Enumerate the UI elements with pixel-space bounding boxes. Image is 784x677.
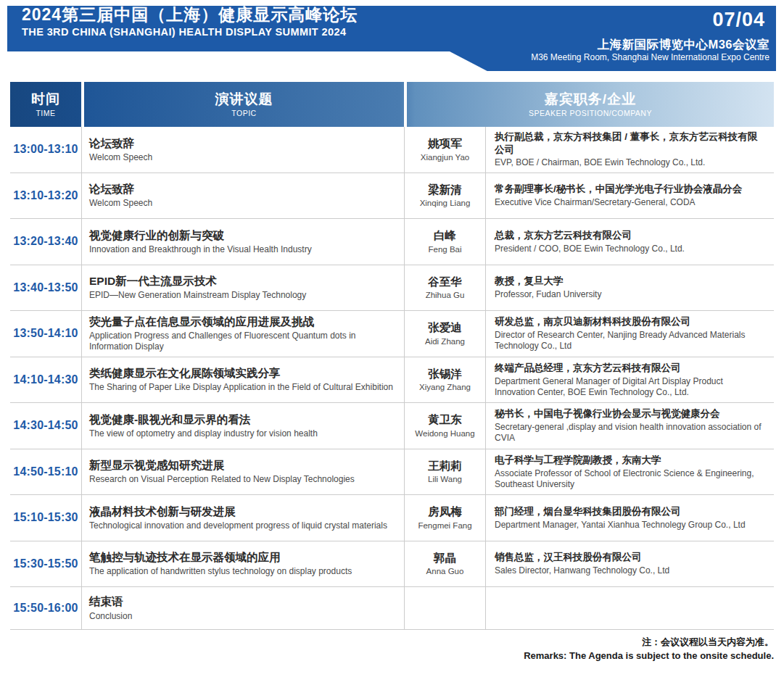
row-topic-cell: 论坛致辞 Welcom Speech [81,173,404,219]
table-row: 14:10-14:30 类纸健康显示在文化展陈领域实践分享 The Sharin… [10,357,774,404]
row-speaker-position-cell: 教授，复旦大学 Professor, Fudan University [485,265,774,311]
header-cell-speaker: 嘉宾职务/企业 SPEAKER POSITION/COMPANY [407,82,774,127]
row-topic-cn: 类纸健康显示在文化展陈领域实践分享 [89,366,397,381]
row-topic-cell: 液晶材料技术创新与研发进展 Technological innovation a… [81,495,404,541]
row-speaker-position-en: Sales Director, Hanwang Technology Co., … [495,565,764,576]
row-speaker-name-en: Fengmei Fang [418,520,471,531]
summit-title-block: 2024第三届中国（上海）健康显示高峰论坛 THE 3RD CHINA (SHA… [22,4,358,38]
summit-title-cn: 2024第三届中国（上海）健康显示高峰论坛 [22,4,358,25]
row-speaker-name-en: Lili Wang [428,474,462,484]
row-speaker-position-en: Professor, Fudan University [495,289,764,300]
row-speaker-position-en: EVP, BOE / Chairman, BOE Ewin Technology… [495,157,764,168]
remark-en: Remarks: The Agenda is subject to the on… [524,649,774,663]
row-topic-en: Technological innovation and development… [89,520,397,531]
table-row: 13:50-14:10 荧光量子点在信息显示领域的应用进展及挑战 Applica… [10,311,774,357]
row-topic-en: The application of handwritten stylus te… [89,566,397,577]
row-topic-cell: 视觉健康行业的创新与突破 Innovation and Breakthrough… [81,219,404,265]
row-time: 14:30-14:50 [10,403,81,449]
row-speaker-name-cn: 黄卫东 [428,412,462,427]
row-speaker-position-en: President / COO, BOE Ewin Technology Co.… [495,244,764,254]
remarks-block: 注：会议议程以当天内容为准。 Remarks: The Agenda is su… [524,635,774,663]
row-speaker-position-cell [485,587,774,629]
venue-block: 上海新国际博览中心M36会议室 M36 Meeting Room, Shangh… [531,38,769,63]
row-topic-cn: 论坛致辞 [89,182,397,196]
row-speaker-name-en: Aidi Zhang [425,336,465,346]
row-speaker-name-en: Weidong Huang [415,428,474,439]
row-time: 15:50-16:00 [10,587,81,629]
row-speaker-name-cell: 房凤梅 Fengmei Fang [404,495,485,541]
row-speaker-name-cell: 白峰 Feng Bai [404,219,485,265]
table-row: 14:50-15:10 新型显示视觉感知研究进展 Research on Vis… [10,449,774,496]
row-speaker-name-en: Feng Bai [428,244,461,254]
row-speaker-position-cn: 常务副理事长/秘书长，中国光学光电子行业协会液晶分会 [495,183,764,196]
row-speaker-name-cn: 梁新清 [428,183,462,197]
row-speaker-position-cn: 教授，复旦大学 [495,275,764,288]
row-topic-cn: 液晶材料技术创新与研发进展 [89,504,397,519]
row-speaker-position-en: Secretary-general ,display and vision he… [495,422,764,444]
row-speaker-name-cn: 姚项军 [428,136,462,151]
row-topic-cell: 视觉健康-眼视光和显示界的看法 The view of optometry an… [81,403,404,449]
row-speaker-name-cell: 梁新清 Xinqing Liang [404,173,485,219]
row-topic-en: Research on Visual Perception Related to… [89,474,397,485]
row-speaker-name-cell: 王莉莉 Lili Wang [404,449,485,495]
row-speaker-position-cn: 秘书长，中国电子视像行业协会显示与视觉健康分会 [495,407,764,420]
header-cell-time: 时间 TIME [10,82,81,127]
summit-title-en: THE 3RD CHINA (SHANGHAI) HEALTH DISPLAY … [22,26,358,38]
row-speaker-name-cn: 张爱迪 [428,320,462,335]
header-speaker-en: SPEAKER POSITION/COMPANY [529,109,652,117]
row-speaker-name-cell: 张爱迪 Aidi Zhang [404,311,485,357]
row-topic-cell: 类纸健康显示在文化展陈领域实践分享 The Sharing of Paper L… [81,357,404,403]
row-topic-cn: 结束语 [89,594,397,609]
row-speaker-position-cn: 部门经理，烟台显华科技集团股份有限公司 [495,505,764,518]
header-cell-topic: 演讲议题 TOPIC [84,82,404,127]
row-speaker-position-cell: 总裁，京东方艺云科技有限公司 President / COO, BOE Ewin… [485,219,774,265]
row-speaker-name-en: Xinqing Liang [420,198,471,208]
row-speaker-name-cn: 房凤梅 [428,504,462,519]
table-row: 14:30-14:50 视觉健康-眼视光和显示界的看法 The view of … [10,403,774,449]
row-speaker-position-cn: 销售总监，汉王科技股份有限公司 [495,551,764,564]
row-topic-en: EPID—New Generation Mainstream Display T… [89,290,397,301]
row-speaker-position-en: Director of Research Center, Nanjing Bre… [495,330,764,352]
remark-cn: 注：会议议程以当天内容为准。 [524,635,774,649]
row-speaker-position-en: Department Manager, Yantai Xianhua Techn… [495,520,764,531]
row-speaker-position-cn: 终端产品总经理，京东方艺云科技有限公司 [495,362,764,375]
row-topic-cn: 论坛致辞 [89,136,397,151]
header-speaker-cn: 嘉宾职务/企业 [545,91,636,107]
row-speaker-position-cn: 总裁，京东方艺云科技有限公司 [495,229,764,242]
row-speaker-name-en: Zhihua Gu [426,290,465,300]
header-topic-en: TOPIC [231,109,256,117]
row-topic-cell: 荧光量子点在信息显示领域的应用进展及挑战 Application Progres… [81,311,404,357]
row-topic-cn: 笔触控与轨迹技术在显示器领域的应用 [89,550,397,565]
row-speaker-name-en: Xiyang Zhang [419,382,471,392]
row-speaker-position-cn: 执行副总裁，京东方科技集团 / 董事长，京东方艺云科技有限公司 [495,130,764,156]
row-speaker-name-cn: 谷至华 [428,275,462,289]
row-speaker-position-cell: 电子科学与工程学院副教授，东南大学 Associate Professor of… [485,449,774,495]
row-time: 13:40-13:50 [10,265,81,311]
table-row: 13:10-13:20 论坛致辞 Welcom Speech 梁新清 Xinqi… [10,173,774,220]
row-topic-cn: 视觉健康行业的创新与突破 [89,228,397,243]
table-row: 15:50-16:00 结束语 Conclusion [10,587,774,630]
table-row: 13:00-13:10 论坛致辞 Welcom Speech 姚项军 Xiang… [10,127,774,173]
row-time: 14:50-15:10 [10,449,81,495]
row-topic-en: The Sharing of Paper Like Display Applic… [89,382,397,393]
agenda-table-body: 13:00-13:10 论坛致辞 Welcom Speech 姚项军 Xiang… [10,127,774,630]
row-speaker-name-cell: 郭晶 Anna Guo [404,541,485,587]
row-topic-cell: 新型显示视觉感知研究进展 Research on Visual Percepti… [81,449,404,495]
table-row: 15:10-15:30 液晶材料技术创新与研发进展 Technological … [10,495,774,541]
row-speaker-position-cell: 常务副理事长/秘书长，中国光学光电子行业协会液晶分会 Executive Vic… [485,173,774,219]
row-speaker-position-en: Department General Manager of Digital Ar… [495,376,764,398]
row-topic-en: The view of optometry and display indust… [89,428,397,439]
row-topic-en: Welcom Speech [89,198,397,209]
row-topic-cell: 笔触控与轨迹技术在显示器领域的应用 The application of han… [81,541,404,587]
row-speaker-name-cn: 郭晶 [434,551,456,565]
row-topic-cell: 结束语 Conclusion [81,587,404,629]
row-topic-en: Application Progress and Challenges of F… [89,331,397,352]
row-speaker-position-cell: 部门经理，烟台显华科技集团股份有限公司 Department Manager, … [485,495,774,541]
row-speaker-position-cn: 电子科学与工程学院副教授，东南大学 [495,454,764,467]
table-row: 15:30-15:50 笔触控与轨迹技术在显示器领域的应用 The applic… [10,541,774,588]
row-speaker-name-cn: 张锡洋 [428,367,462,381]
row-topic-cn: 荧光量子点在信息显示领域的应用进展及挑战 [89,315,397,329]
row-time: 13:20-13:40 [10,219,81,265]
row-speaker-name-cell: 谷至华 Zhihua Gu [404,265,485,311]
header-time-cn: 时间 [31,91,60,107]
